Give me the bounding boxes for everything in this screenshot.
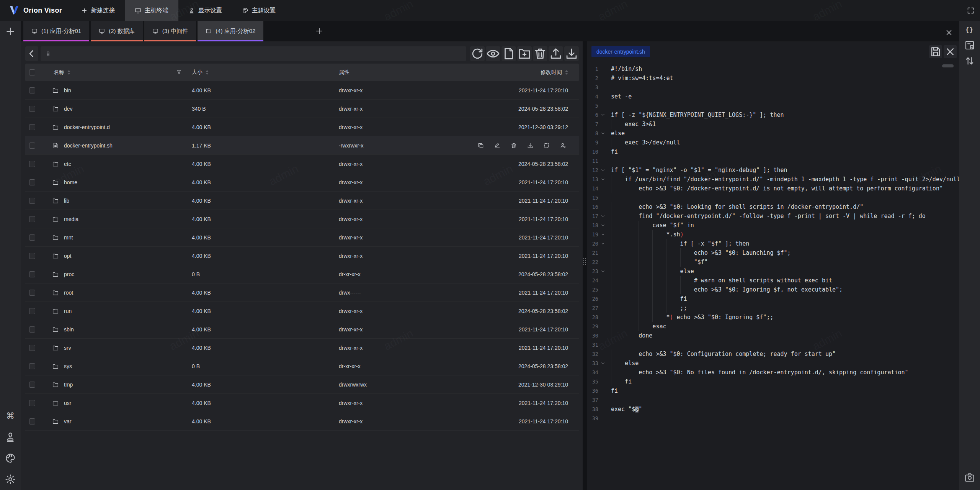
close-editor-button[interactable] [944,45,957,58]
row-checkbox[interactable] [29,179,35,185]
select-all-checkbox[interactable] [29,69,35,75]
column-header-name[interactable]: 名称 [54,69,64,76]
delete-button[interactable] [533,46,547,61]
fold-chevron-icon[interactable] [601,241,605,246]
fold-chevron-icon[interactable] [601,232,605,237]
code-editor[interactable]: 1#!/bin/sh2# vim:sw=4:ts=4:et34set -e56i… [587,62,959,490]
screenshot-button[interactable] [964,472,975,483]
sort-name[interactable] [67,70,70,75]
row-checkbox[interactable] [29,418,35,424]
new-folder-button[interactable] [517,46,532,61]
row-checkbox[interactable] [29,382,35,388]
table-row[interactable]: lib4.00 KBdrwxr-xr-x2021-11-24 17:20:10 [25,192,579,210]
row-checkbox[interactable] [29,253,35,259]
row-checkbox[interactable] [29,124,35,130]
row-move-button[interactable] [543,142,550,149]
row-checkbox[interactable] [29,308,35,314]
nav-item-theme-settings[interactable]: 主题设置 [232,0,286,21]
column-header-mtime[interactable]: 修改时间 [541,69,562,76]
table-row[interactable]: var4.00 KBdrwxr-xr-x2021-11-24 17:20:10 [25,412,579,431]
row-checkbox[interactable] [29,143,35,149]
add-tab-button[interactable] [315,26,324,36]
close-panel-button[interactable] [944,26,954,36]
table-row[interactable]: tmp4.00 KBdrwxrwxrwx2021-12-30 03:29:10 [25,375,579,394]
row-checkbox[interactable] [29,161,35,167]
row-edit-button[interactable] [494,142,501,149]
row-checkbox[interactable] [29,198,35,204]
fullscreen-icon[interactable] [967,7,975,15]
table-row[interactable]: docker-entrypoint.d4.00 KBdrwxr-xr-x2021… [25,118,579,136]
fold-chevron-icon[interactable] [601,214,605,218]
table-row[interactable]: proc0 Bdr-xr-xr-x2024-05-28 23:58:02 [25,265,579,284]
path-input[interactable] [54,46,466,61]
row-checkbox[interactable] [29,400,35,406]
preview-button[interactable] [486,46,500,61]
open-file-tag[interactable]: docker-entrypoint.sh [591,46,650,57]
code-line: 16 echo >&3 "$0: Looking for shell scrip… [587,202,959,211]
row-checkbox[interactable] [29,234,35,241]
back-button[interactable] [25,46,38,61]
fold-chevron-icon[interactable] [601,177,605,182]
fold-chevron-icon[interactable] [601,361,605,365]
command-button[interactable]: ⌘ [5,410,16,422]
row-permissions-button[interactable] [560,142,567,149]
row-checkbox[interactable] [29,216,35,222]
display-settings-button[interactable] [5,431,16,443]
row-checkbox[interactable] [29,290,35,296]
table-row[interactable]: srv4.00 KBdrwxr-xr-x2021-11-24 17:20:10 [25,339,579,357]
sort-size[interactable] [206,70,209,75]
scrollbar-thumb[interactable] [942,64,954,67]
panel-splitter[interactable] [583,41,587,490]
row-checkbox[interactable] [29,345,35,351]
add-connection-button[interactable] [5,26,16,37]
sort-lines-button[interactable] [964,55,975,67]
table-row[interactable]: sbin4.00 KBdrwxr-xr-x2021-11-24 17:20:10 [25,320,579,339]
table-row[interactable]: run4.00 KBdrwxr-xr-x2024-05-28 23:58:02 [25,302,579,320]
fold-chevron-icon[interactable] [601,113,605,117]
splitter-grip-icon[interactable] [583,258,586,265]
table-row[interactable]: dev340 Bdrwxr-xr-x2024-05-28 23:58:02 [25,100,579,118]
row-copy-button[interactable] [477,142,484,149]
row-checkbox[interactable] [29,363,35,369]
theme-settings-button[interactable] [5,452,16,464]
fold-chevron-icon[interactable] [601,168,605,172]
row-checkbox[interactable] [29,326,35,333]
file-bookmark-button[interactable] [964,39,975,51]
table-row[interactable]: etc4.00 KBdrwxr-xr-x2024-05-28 23:58:02 [25,155,579,173]
format-button[interactable]: {} [964,24,975,35]
row-checkbox[interactable] [29,106,35,112]
column-header-size[interactable]: 大小 [192,69,203,76]
table-row[interactable]: bin4.00 KBdrwxr-xr-x2021-11-24 17:20:10 [25,81,579,100]
upload-button[interactable] [549,46,563,61]
fold-chevron-icon[interactable] [601,269,605,274]
save-icon [929,45,942,58]
refresh-button[interactable] [470,46,485,61]
terminal-tab-3[interactable]: (3) 中间件 [144,21,196,41]
table-row[interactable]: opt4.00 KBdrwxr-xr-x2021-11-24 17:20:10 [25,247,579,265]
nav-item-display-settings[interactable]: 显示设置 [178,0,232,21]
table-row[interactable]: home4.00 KBdrwxr-xr-x2021-11-24 17:20:10 [25,173,579,192]
nav-item-host-terminal[interactable]: 主机终端 [125,0,178,21]
save-file-button[interactable] [929,45,942,58]
table-row[interactable]: sys0 Bdr-xr-xr-x2024-05-28 23:58:02 [25,357,579,375]
table-row[interactable]: docker-entrypoint.sh1.17 KB-rwxrwxr-x [25,136,579,155]
nav-item-new-connection[interactable]: 新建连接 [71,0,125,21]
fold-chevron-icon[interactable] [601,131,605,136]
terminal-tab-4[interactable]: (4) 应用-分析02 [198,21,263,41]
terminal-tab-2[interactable]: (2) 数据库 [91,21,143,41]
row-checkbox[interactable] [29,87,35,93]
new-file-button[interactable] [501,46,516,61]
table-row[interactable]: mnt4.00 KBdrwxr-xr-x2021-11-24 17:20:10 [25,228,579,247]
download-button[interactable] [564,46,579,61]
fold-chevron-icon[interactable] [601,223,605,228]
row-checkbox[interactable] [29,271,35,277]
sort-mtime[interactable] [565,70,568,75]
table-row[interactable]: media4.00 KBdrwxr-xr-x2021-11-24 17:20:1… [25,210,579,228]
code-text: #!/bin/sh [611,64,642,74]
table-row[interactable]: usr4.00 KBdrwxr-xr-x2021-11-24 17:20:10 [25,394,579,412]
terminal-tab-1[interactable]: (1) 应用-分析01 [23,21,89,41]
settings-button[interactable] [5,474,16,485]
table-row[interactable]: root4.00 KBdrwx------2021-11-24 17:20:10 [25,284,579,302]
row-delete-button[interactable] [510,142,517,149]
row-download-button[interactable] [527,142,534,149]
